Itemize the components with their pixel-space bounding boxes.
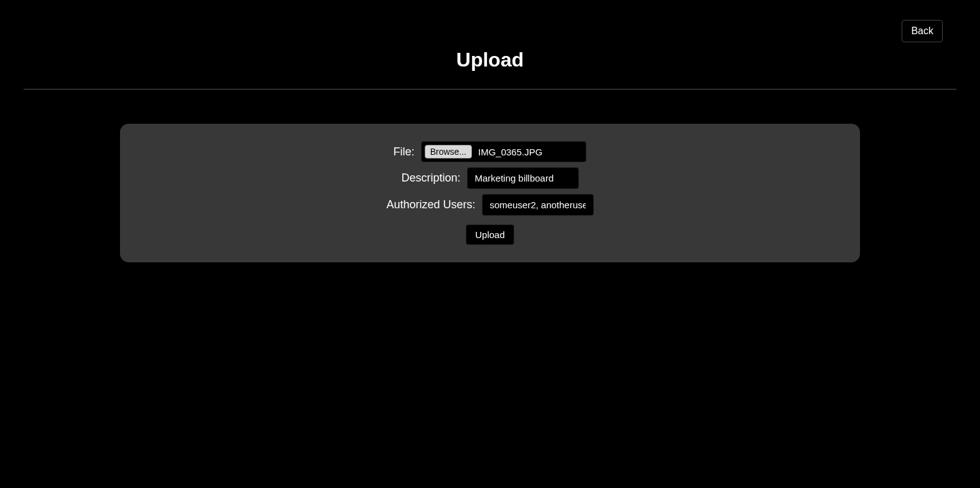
file-row: File: Browse... IMG_0365.JPG bbox=[120, 141, 860, 162]
selected-file-name: IMG_0365.JPG bbox=[478, 147, 580, 157]
file-label: File: bbox=[394, 145, 415, 159]
upload-form-card: File: Browse... IMG_0365.JPG Description… bbox=[120, 124, 860, 262]
divider bbox=[24, 89, 956, 90]
description-input[interactable] bbox=[467, 167, 579, 189]
upload-button[interactable]: Upload bbox=[466, 224, 514, 245]
authorized-users-input[interactable] bbox=[482, 194, 594, 216]
authorized-users-row: Authorized Users: bbox=[120, 194, 860, 216]
browse-button[interactable]: Browse... bbox=[425, 145, 472, 159]
file-input[interactable]: Browse... IMG_0365.JPG bbox=[421, 141, 587, 162]
description-row: Description: bbox=[120, 167, 860, 189]
authorized-users-label: Authorized Users: bbox=[386, 198, 475, 211]
back-button[interactable]: Back bbox=[902, 20, 943, 42]
main-container: Upload File: Browse... IMG_0365.JPG Desc… bbox=[0, 48, 980, 262]
page-title: Upload bbox=[24, 48, 956, 71]
description-label: Description: bbox=[401, 172, 460, 185]
submit-row: Upload bbox=[120, 221, 860, 245]
